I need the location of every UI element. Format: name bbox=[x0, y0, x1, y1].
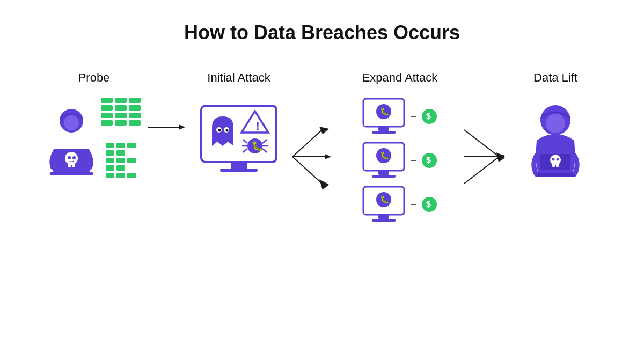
svg-point-67 bbox=[546, 114, 565, 133]
svg-line-22 bbox=[243, 140, 247, 143]
svg-rect-73 bbox=[556, 163, 559, 167]
svg-text:$: $ bbox=[426, 156, 431, 165]
svg-point-71 bbox=[550, 155, 561, 165]
svg-marker-10 bbox=[179, 124, 185, 130]
svg-rect-46 bbox=[372, 175, 396, 178]
svg-text:$: $ bbox=[426, 112, 431, 121]
svg-point-7 bbox=[68, 156, 71, 159]
arrow-probe-to-initial bbox=[148, 71, 185, 135]
data-lift-label: Data Lift bbox=[533, 71, 577, 85]
server-blocks-bottom bbox=[106, 143, 136, 178]
probe-label: Probe bbox=[78, 71, 110, 85]
hacker-icon-datalift bbox=[526, 98, 585, 178]
server-blocks-top bbox=[101, 98, 141, 126]
svg-rect-6 bbox=[72, 163, 75, 167]
svg-rect-54 bbox=[372, 219, 396, 222]
hacker-icon-probe bbox=[47, 100, 96, 175]
svg-rect-72 bbox=[552, 163, 555, 167]
svg-line-25 bbox=[262, 140, 267, 143]
svg-line-64 bbox=[464, 157, 499, 184]
svg-rect-5 bbox=[68, 163, 71, 167]
svg-marker-33 bbox=[319, 179, 329, 190]
svg-point-74 bbox=[552, 158, 555, 161]
svg-line-28 bbox=[292, 130, 322, 157]
svg-marker-18 bbox=[241, 111, 268, 133]
stage-data-lift: Data Lift bbox=[507, 71, 604, 178]
svg-line-32 bbox=[292, 157, 322, 184]
svg-text:🐛: 🐛 bbox=[251, 140, 264, 152]
arrow-initial-to-expand bbox=[292, 71, 335, 194]
svg-point-8 bbox=[72, 156, 76, 159]
svg-text:$: $ bbox=[426, 200, 431, 209]
arrow-expand-to-datalift bbox=[464, 71, 507, 194]
initial-attack-icon: ! 🐛 bbox=[196, 98, 282, 184]
svg-point-16 bbox=[218, 129, 221, 132]
svg-rect-3 bbox=[50, 172, 93, 175]
expand-attack-content: 🐛 $ 🐛 bbox=[362, 98, 437, 223]
svg-rect-45 bbox=[378, 171, 389, 175]
monitor-row-2: 🐛 $ bbox=[362, 142, 437, 179]
data-lift-icon bbox=[526, 98, 585, 178]
page-title: How to Data Breaches Occurs bbox=[184, 21, 460, 44]
svg-text:!: ! bbox=[256, 120, 260, 132]
initial-attack-label: Initial Attack bbox=[207, 71, 270, 85]
svg-marker-31 bbox=[325, 154, 331, 159]
stage-expand-attack: Expand Attack 🐛 $ bbox=[335, 71, 464, 223]
svg-point-17 bbox=[226, 129, 229, 132]
svg-point-75 bbox=[557, 158, 559, 161]
stage-probe: Probe bbox=[40, 71, 148, 178]
svg-line-60 bbox=[464, 130, 499, 157]
svg-line-24 bbox=[243, 149, 247, 152]
svg-text:🐛: 🐛 bbox=[380, 195, 390, 204]
svg-point-4 bbox=[65, 152, 78, 165]
svg-rect-69 bbox=[535, 173, 576, 177]
svg-rect-36 bbox=[372, 131, 396, 134]
svg-point-1 bbox=[64, 115, 79, 130]
monitor-row-1: 🐛 $ bbox=[362, 98, 437, 135]
stage-initial-attack: Initial Attack ! 🐛 bbox=[185, 71, 292, 184]
expand-attack-label: Expand Attack bbox=[362, 71, 438, 85]
svg-rect-12 bbox=[231, 162, 247, 170]
monitor-row-3: 🐛 $ bbox=[362, 186, 437, 223]
svg-line-27 bbox=[262, 149, 267, 152]
svg-text:🐛: 🐛 bbox=[380, 151, 390, 160]
svg-marker-65 bbox=[496, 152, 505, 162]
svg-rect-35 bbox=[378, 127, 389, 131]
svg-rect-13 bbox=[220, 169, 258, 172]
diagram: Probe bbox=[0, 71, 644, 223]
svg-text:🐛: 🐛 bbox=[380, 107, 390, 116]
svg-rect-53 bbox=[378, 215, 389, 219]
probe-content bbox=[47, 98, 141, 178]
